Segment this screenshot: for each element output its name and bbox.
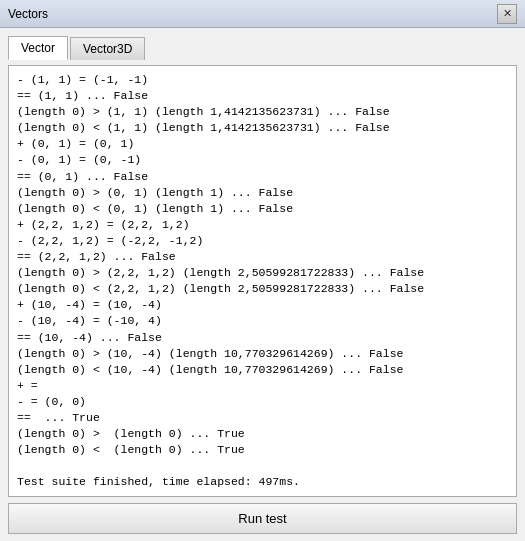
title-bar: Vectors ✕ bbox=[0, 0, 525, 28]
run-test-button[interactable]: Run test bbox=[8, 503, 517, 534]
tab-vector3d[interactable]: Vector3D bbox=[70, 37, 145, 60]
window-content: Vector Vector3D - (1, 1) = (-1, -1) == (… bbox=[0, 28, 525, 541]
output-text[interactable]: - (1, 1) = (-1, -1) == (1, 1) ... False … bbox=[9, 66, 516, 496]
output-container: - (1, 1) = (-1, -1) == (1, 1) ... False … bbox=[8, 65, 517, 497]
window-title: Vectors bbox=[8, 7, 48, 21]
tab-bar: Vector Vector3D bbox=[8, 36, 517, 60]
run-button-container: Run test bbox=[8, 503, 517, 534]
close-button[interactable]: ✕ bbox=[497, 4, 517, 24]
tab-vector[interactable]: Vector bbox=[8, 36, 68, 60]
